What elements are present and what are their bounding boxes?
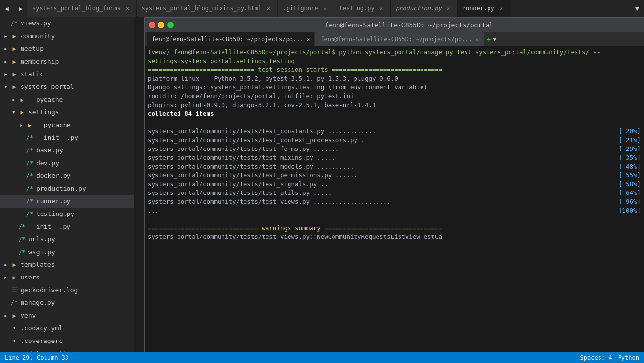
folder-icon: ▶ bbox=[18, 107, 26, 118]
sidebar-item--editorconfig[interactable]: •.editorconfig bbox=[0, 347, 134, 352]
sidebar-item---init---py[interactable]: /*__init__.py bbox=[0, 220, 134, 233]
sidebar-item-geckodriver-log[interactable]: ☰geckodriver.log bbox=[0, 284, 134, 297]
py-icon: /* bbox=[25, 209, 34, 219]
terminal-output-line: systers_portal/community/tests/test_util… bbox=[148, 189, 641, 197]
folder-arrow-templates: ▸ bbox=[2, 259, 10, 270]
sidebar-item---init---py[interactable]: /*__init__.py bbox=[0, 131, 134, 144]
sidebar-item-static[interactable]: ▸▶static bbox=[0, 68, 134, 81]
terminal-output-line: systers_portal/community/tests/test_sign… bbox=[148, 180, 641, 189]
folder-icon: ▶ bbox=[10, 310, 19, 321]
sidebar-item--codacy-yml[interactable]: •.codacy.yml bbox=[0, 322, 134, 335]
terminal-body[interactable]: (venv) fenn@fenn-Satellite-C855D:~/proje… bbox=[145, 46, 644, 352]
tab-close-systers_portal_blog_mixins_py[interactable]: ✕ bbox=[265, 4, 272, 12]
sidebar-label: .coveragerc bbox=[21, 336, 63, 346]
sidebar-item-base-py[interactable]: /*base.py bbox=[0, 144, 134, 157]
sidebar-item-venv[interactable]: ▸▶venv bbox=[0, 309, 134, 322]
sidebar-item---pycache--[interactable]: ▸▶__pycache__ bbox=[0, 119, 134, 131]
folder-icon: ▶ bbox=[10, 272, 19, 283]
sidebar-item-templates[interactable]: ▸▶templates bbox=[0, 258, 134, 271]
tab-systers_portal_blog_forms[interactable]: systers_portal_blog_forms✕ bbox=[27, 0, 137, 17]
sidebar-item---pycache--[interactable]: ▸▶__pycache__ bbox=[0, 93, 134, 106]
folder-icon: ▶ bbox=[18, 94, 26, 105]
sidebar-label: urls.py bbox=[28, 234, 55, 245]
terminal-output-line: systers_portal/community/tests/test_view… bbox=[148, 197, 641, 206]
tab-production_py[interactable]: production.py✕ bbox=[391, 0, 458, 17]
folder-arrow-membership: ▸ bbox=[2, 56, 10, 67]
sidebar-item-membership[interactable]: ▸▶membership bbox=[0, 55, 134, 68]
sidebar-item-views-py[interactable]: /*views.py bbox=[0, 17, 134, 30]
tab-gitignore[interactable]: .gitignore✕ bbox=[278, 0, 334, 17]
sidebar-item-wsgi-py[interactable]: /*wsgi.py bbox=[0, 246, 134, 258]
terminal-tab-1-close[interactable]: ✕ bbox=[307, 36, 310, 43]
terminal-output-line: plugins: pylint-0.9.0, django-3.2.1, cov… bbox=[148, 101, 641, 109]
sidebar-label: testing.py bbox=[36, 209, 74, 219]
folder-icon: ▶ bbox=[10, 43, 19, 54]
py-icon: /* bbox=[10, 18, 19, 29]
tab-nav-left[interactable]: ◀ bbox=[0, 0, 14, 17]
terminal-output-line: rootdir: /home/fenn/projects/portal, ini… bbox=[148, 92, 641, 101]
tab-label-gitignore: .gitignore bbox=[283, 5, 318, 12]
terminal-output-line: systers_portal/community/tests/test_form… bbox=[148, 145, 641, 153]
folder-arrow-users: ▸ bbox=[2, 272, 10, 283]
folder-icon: ▶ bbox=[10, 31, 19, 42]
tab-overflow[interactable]: ▼ bbox=[630, 0, 644, 17]
terminal-add-tab[interactable]: + bbox=[487, 35, 491, 44]
folder-icon: ▶ bbox=[10, 69, 19, 80]
folder-arrow-venv: ▸ bbox=[2, 310, 10, 321]
terminal-command: (venv) fenn@fenn-Satellite-C855D:~/proje… bbox=[148, 48, 641, 65]
sidebar-item-testing-py[interactable]: /*testing.py bbox=[0, 208, 134, 220]
tab-bar: ◀ ▶ systers_portal_blog_forms✕systers_po… bbox=[0, 0, 644, 17]
py-icon: /* bbox=[18, 221, 26, 232]
terminal-output-line: platform linux -- Python 3.5.2, pytest-3… bbox=[148, 74, 641, 83]
terminal-tab-overflow[interactable]: ▼ bbox=[493, 36, 496, 43]
sidebar-label: __init__.py bbox=[28, 221, 70, 232]
status-spaces: Spaces: 4 bbox=[580, 354, 612, 361]
tab-close-runner_py[interactable]: ✕ bbox=[497, 4, 505, 12]
terminal-output-line: systers_portal/community/tests/test_perm… bbox=[148, 171, 641, 180]
status-position: Line 29, Column 33 bbox=[5, 354, 68, 361]
terminal-tab-2-close[interactable]: ✕ bbox=[475, 36, 479, 43]
tab-testing_py[interactable]: testing.py✕ bbox=[334, 0, 391, 17]
tab-runner_py[interactable]: runner.py✕ bbox=[458, 0, 511, 17]
sidebar-item--coveragerc[interactable]: •.coveragerc bbox=[0, 335, 134, 347]
tab-systers_portal_blog_mixins_py[interactable]: systers_portal_blog_mixins_py.html✕ bbox=[137, 0, 278, 17]
sidebar-label: meetup bbox=[21, 43, 44, 54]
folder-icon: ▶ bbox=[25, 120, 34, 130]
tab-close-gitignore[interactable]: ✕ bbox=[321, 4, 329, 12]
tab-label-testing_py: testing.py bbox=[339, 5, 375, 12]
status-right: Spaces: 4 Python bbox=[580, 354, 639, 361]
sidebar-item-dev-py[interactable]: /*dev.py bbox=[0, 157, 134, 170]
sidebar-item-community[interactable]: ▸▶community bbox=[0, 30, 134, 43]
terminal-tab-1[interactable]: fenn@fenn-Satellite-C855D: ~/projects/po… bbox=[147, 32, 314, 46]
sidebar-item-runner-py[interactable]: /*runner.py bbox=[0, 195, 134, 208]
terminal-tabs-bar: fenn@fenn-Satellite-C855D: ~/projects/po… bbox=[145, 32, 644, 46]
py-icon: /* bbox=[25, 183, 34, 194]
terminal-minimize-btn[interactable] bbox=[158, 22, 164, 28]
tab-label-systers_portal_blog_forms: systers_portal_blog_forms bbox=[32, 5, 121, 12]
tab-close-systers_portal_blog_forms[interactable]: ✕ bbox=[124, 4, 132, 12]
tab-close-production_py[interactable]: ✕ bbox=[444, 4, 452, 12]
sidebar-item-meetup[interactable]: ▸▶meetup bbox=[0, 43, 134, 55]
sidebar-label: venv bbox=[21, 310, 36, 321]
sidebar-item-settings[interactable]: ▾▶settings bbox=[0, 106, 134, 119]
sidebar: /*views.py▸▶community▸▶meetup▸▶membershi… bbox=[0, 17, 134, 352]
folder-arrow-community: ▸ bbox=[2, 31, 10, 42]
sidebar-item-users[interactable]: ▸▶users bbox=[0, 271, 134, 284]
terminal-output-line bbox=[148, 118, 641, 127]
sidebar-item-urls-py[interactable]: /*urls.py bbox=[0, 233, 134, 246]
sidebar-item-manage-py[interactable]: /*manage.py bbox=[0, 297, 134, 309]
sidebar-label: base.py bbox=[36, 145, 63, 156]
sidebar-item-systers-portal[interactable]: ▾▶systers_portal bbox=[0, 81, 134, 93]
terminal-close-btn[interactable] bbox=[149, 22, 155, 28]
cfg-icon: • bbox=[10, 348, 19, 352]
tab-close-testing_py[interactable]: ✕ bbox=[378, 4, 385, 12]
sidebar-label: membership bbox=[21, 56, 59, 67]
terminal-output-line: collected 84 items bbox=[148, 109, 641, 118]
tab-nav-right[interactable]: ▶ bbox=[14, 0, 27, 17]
sidebar-item-production-py[interactable]: /*production.py bbox=[0, 182, 134, 195]
terminal-output-line: ============================= test sessi… bbox=[148, 65, 641, 74]
sidebar-item-docker-py[interactable]: /*docker.py bbox=[0, 170, 134, 182]
terminal-maximize-btn[interactable] bbox=[167, 22, 174, 28]
sidebar-label: templates bbox=[21, 259, 55, 270]
terminal-tab-2[interactable]: fenn@fenn-Satellite-C855D: ~/projects/po… bbox=[315, 32, 483, 46]
